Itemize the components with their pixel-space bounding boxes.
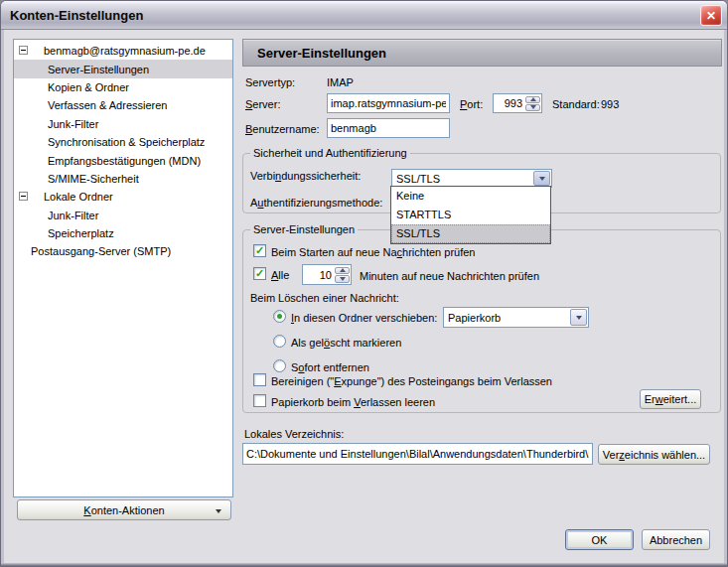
choose-directory-label: Verzeichnis wählen...	[603, 449, 705, 461]
local-directory-input[interactable]	[242, 443, 593, 465]
check-on-start-checkbox[interactable]: ✓	[253, 244, 266, 257]
username-label: Benutzername:	[245, 123, 320, 135]
panel-header: Server-Einstellungen	[242, 39, 722, 67]
standard-label: Standard:	[552, 98, 600, 110]
collapse-icon[interactable]	[19, 46, 28, 55]
ok-button[interactable]: OK	[565, 529, 634, 550]
remove-immediately-label[interactable]: Sofort entfernen	[291, 361, 369, 373]
interval-spinner[interactable]	[335, 266, 350, 283]
servertype-value: IMAP	[327, 76, 354, 88]
account-actions-label: Konten-Aktionen	[83, 504, 164, 516]
sidebar-item-junk-filter[interactable]: Junk-Filter	[14, 115, 232, 133]
server-label: Server:	[245, 98, 280, 110]
sidebar-item-benmagb-ratsgymnasium-pe-de[interactable]: benmagb@ratsgymnasium-pe.de	[14, 42, 232, 60]
sidebar-item-junk-filter[interactable]: Junk-Filter	[14, 207, 232, 224]
choose-directory-button[interactable]: Verzeichnis wählen...	[598, 444, 710, 465]
close-icon[interactable]: ✕	[700, 5, 722, 26]
on-delete-label: Beim Löschen einer Nachricht:	[250, 292, 399, 304]
window-title: Konten-Einstellungen	[1, 8, 143, 23]
advanced-button[interactable]: Erweitert...	[640, 389, 701, 409]
window-border	[1, 563, 727, 566]
dropdown-option-ssl-tls[interactable]: SSL/TLS	[391, 224, 550, 243]
connection-security-dropdown[interactable]: KeineSTARTTLSSSL/TLS	[390, 186, 551, 244]
mark-deleted-label[interactable]: Als gelöscht markieren	[291, 337, 401, 349]
expunge-checkbox[interactable]: ✓	[253, 373, 266, 386]
spin-down-icon[interactable]	[335, 275, 350, 283]
sidebar-item-server-einstellungen[interactable]: Server-Einstellungen	[14, 60, 232, 77]
chevron-down-icon[interactable]	[570, 309, 587, 326]
check-icon: ✓	[255, 245, 264, 256]
cancel-button[interactable]: Abbrechen	[642, 529, 710, 550]
sidebar-item-label: benmagb@ratsgymnasium-pe.de	[14, 45, 206, 57]
sidebar-item-label: Junk-Filter	[14, 118, 98, 130]
port-label: Port:	[460, 98, 483, 110]
expunge-label[interactable]: Bereinigen ("Expunge") des Posteingangs …	[271, 375, 552, 387]
mark-deleted-radio[interactable]	[273, 335, 286, 348]
interval-prefix-label[interactable]: Alle	[271, 269, 289, 281]
cancel-button-label: Abbrechen	[650, 534, 702, 546]
sidebar-item-label: S/MIME-Sicherheit	[14, 173, 139, 185]
sidebar-item-label: Verfassen & Adressieren	[14, 99, 167, 111]
account-settings-dialog: Konten-Einstellungen ✕ benmagb@ratsgymna…	[0, 0, 728, 567]
spin-down-icon[interactable]	[525, 104, 540, 111]
ok-button-label: OK	[592, 534, 608, 546]
chevron-down-icon[interactable]	[533, 171, 550, 186]
close-glyph: ✕	[706, 9, 716, 23]
sidebar-item-label: Empfangsbestätigungen (MDN)	[14, 155, 201, 167]
sidebar-item-empfangsbest-tigungen-mdn[interactable]: Empfangsbestätigungen (MDN)	[14, 151, 232, 169]
window-border	[1, 30, 4, 566]
local-directory-label: Lokales Verzeichnis:	[244, 428, 344, 440]
server-settings-group-title: Server-Einstellungen	[250, 223, 358, 235]
sidebar-item-lokale-ordner[interactable]: Lokale Ordner	[14, 188, 232, 206]
sidebar-item-postausgang-server-smtp[interactable]: Postausgang-Server (SMTP)	[14, 242, 232, 260]
sidebar-item-label: Kopien & Ordner	[14, 81, 129, 93]
sidebar-item-synchronisation-speicherplatz[interactable]: Synchronisation & Speicherplatz	[14, 133, 232, 151]
security-group-title: Sicherheit und Authentifizierung	[250, 147, 410, 159]
empty-trash-label[interactable]: Papierkorb beim Verlassen leeren	[271, 396, 435, 408]
sidebar-item-speicherplatz[interactable]: Speicherplatz	[14, 224, 232, 242]
spin-up-icon[interactable]	[335, 267, 350, 275]
connection-security-label: Verbindungssicherheit:	[250, 170, 361, 182]
panel-header-title: Server-Einstellungen	[243, 46, 386, 61]
connection-security-value: SSL/TLS	[396, 173, 440, 185]
move-target-select[interactable]: Papierkorb	[443, 307, 589, 328]
move-to-folder-radio[interactable]	[273, 310, 286, 323]
sidebar-item-s-mime-sicherheit[interactable]: S/MIME-Sicherheit	[14, 170, 232, 188]
sidebar-item-label: Lokale Ordner	[14, 191, 113, 203]
caret-down-icon	[216, 509, 221, 513]
sidebar-item-label: Speicherplatz	[14, 227, 114, 239]
account-tree[interactable]: benmagb@ratsgymnasium-pe.deServer-Einste…	[13, 39, 233, 497]
window-border	[724, 30, 727, 566]
move-target-value: Papierkorb	[448, 312, 501, 324]
dropdown-option-keine[interactable]: Keine	[391, 187, 550, 206]
username-input[interactable]	[327, 118, 450, 138]
advanced-button-label: Erweitert...	[645, 393, 697, 405]
sidebar-item-label: Junk-Filter	[14, 210, 98, 221]
dropdown-option-starttls[interactable]: STARTTLS	[391, 206, 550, 224]
auth-method-label: Authentifizierungsmethode:	[250, 197, 382, 209]
check-icon: ✓	[255, 268, 264, 279]
account-actions-button[interactable]: Konten-Aktionen	[17, 499, 231, 520]
sidebar-item-kopien-ordner[interactable]: Kopien & Ordner	[14, 78, 232, 96]
check-on-start-label[interactable]: Beim Starten auf neue Nachrichten prüfen	[271, 246, 475, 258]
port-spinner[interactable]	[525, 95, 540, 111]
empty-trash-checkbox[interactable]: ✓	[253, 394, 266, 407]
interval-stepper[interactable]	[302, 264, 352, 285]
sidebar-item-verfassen-adressieren[interactable]: Verfassen & Adressieren	[14, 96, 232, 114]
collapse-icon[interactable]	[19, 192, 28, 201]
check-interval-checkbox[interactable]: ✓	[253, 267, 266, 280]
server-settings-groupbox: Server-Einstellungen ✓ Beim Starten auf …	[242, 229, 721, 413]
interval-suffix-label: Minuten auf neue Nachrichten prüfen	[360, 270, 539, 282]
move-to-folder-label[interactable]: In diesen Ordner verschieben:	[291, 312, 437, 324]
port-stepper[interactable]	[493, 93, 542, 113]
titlebar[interactable]: Konten-Einstellungen ✕	[1, 1, 727, 30]
sidebar-item-label: Server-Einstellungen	[14, 64, 149, 75]
standard-value: 993	[601, 98, 619, 110]
sidebar-item-label: Postausgang-Server (SMTP)	[14, 245, 171, 257]
servertype-label: Servertyp:	[245, 76, 295, 88]
server-input[interactable]	[327, 93, 450, 113]
remove-immediately-radio[interactable]	[273, 359, 286, 372]
spin-up-icon[interactable]	[525, 96, 540, 103]
sidebar-item-label: Synchronisation & Speicherplatz	[14, 136, 205, 148]
